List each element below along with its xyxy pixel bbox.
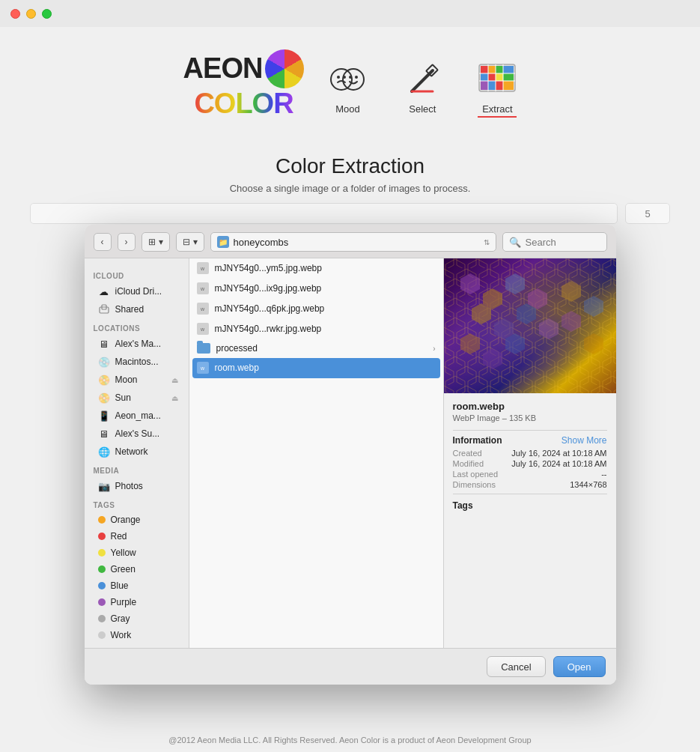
svg-point-1 — [337, 76, 340, 79]
tag-orange-label: Orange — [111, 515, 141, 525]
sidebar-item-network-label: Network — [115, 446, 148, 457]
sidebar-item-shared[interactable]: Shared — [88, 300, 186, 318]
dialog-body: iCloud ☁ iCloud Dri... Shared Locations … — [85, 258, 616, 648]
tag-red-label: Red — [111, 531, 127, 542]
sidebar-item-moon[interactable]: 📀 Moon ⏏ — [88, 371, 186, 389]
file-name-3: mJNY54g0...q6pk.jpg.webp — [215, 303, 325, 314]
list-view-button[interactable]: ⊟ ▾ — [176, 232, 204, 252]
svg-rect-11 — [488, 66, 496, 73]
path-dropdown-icon: ⇅ — [484, 238, 490, 246]
sidebar-item-tag-gray[interactable]: Gray — [88, 610, 186, 627]
dimensions-key: Dimensions — [453, 480, 496, 489]
sidebar-item-sun[interactable]: 📀 Sun ⏏ — [88, 389, 186, 407]
sidebar-item-macintos[interactable]: 💿 Macintos... — [88, 353, 186, 371]
file-icon-1: w — [197, 262, 209, 274]
folder-icon-processed — [197, 343, 210, 354]
mood-icon — [328, 60, 367, 99]
file-item-3[interactable]: w mJNY54g0...q6pk.jpg.webp — [189, 299, 443, 319]
bg-content: 5 — [0, 203, 700, 224]
svg-rect-10 — [481, 66, 488, 73]
grid-view-button[interactable]: ⊞ ▾ — [141, 232, 170, 252]
app-footer: @2012 Aeon Media LLC. All Rights Reserve… — [0, 736, 700, 745]
sidebar-item-tag-work[interactable]: Work — [88, 627, 186, 643]
search-input[interactable] — [526, 237, 616, 248]
preview-meta-last-opened: Last opened -- — [453, 470, 607, 479]
tag-work-dot — [98, 631, 106, 639]
file-item-2[interactable]: w mJNY54g0...ix9g.jpg.webp — [189, 279, 443, 299]
sidebar-item-aeon-ma[interactable]: 📱 Aeon_ma... — [88, 407, 186, 425]
file-name-room: room.webp — [215, 363, 259, 373]
icloud-drive-icon: ☁ — [98, 285, 110, 297]
sidebar-item-tag-purple[interactable]: Purple — [88, 594, 186, 610]
back-button[interactable]: ‹ — [94, 233, 112, 251]
aeon-ma-icon: 📱 — [98, 410, 110, 422]
file-icon-4: w — [197, 323, 209, 335]
alexs-mac-icon: 🖥 — [98, 338, 110, 350]
sidebar-item-tag-yellow[interactable]: Yellow — [88, 545, 186, 561]
minimize-button[interactable] — [26, 9, 36, 19]
sidebar-item-alexs-su[interactable]: 🖥 Alex's Su... — [88, 425, 186, 443]
sidebar-section-locations: Locations — [85, 318, 189, 335]
extract-icon — [478, 60, 517, 99]
preview-pane: room.webp WebP Image – 135 KB Informatio… — [444, 258, 616, 648]
sidebar-item-photos-label: Photos — [115, 481, 143, 491]
file-name-4: mJNY54g0...rwkr.jpg.webp — [215, 324, 322, 334]
folder-item-processed[interactable]: processed › — [189, 339, 443, 357]
tag-blue-dot — [98, 582, 106, 589]
forward-button[interactable]: › — [118, 233, 136, 251]
sidebar-item-network[interactable]: 🌐 Network — [88, 443, 186, 461]
sidebar-item-tag-red[interactable]: Red — [88, 528, 186, 545]
shared-icon — [98, 303, 110, 315]
back-icon: ‹ — [101, 237, 104, 247]
file-name-2: mJNY54g0...ix9g.jpg.webp — [215, 283, 322, 294]
preview-image-box — [444, 258, 616, 393]
search-box[interactable]: 🔍 — [502, 232, 607, 252]
svg-rect-12 — [496, 66, 503, 73]
nav-item-select[interactable]: Select — [403, 60, 442, 118]
dialog-toolbar: ‹ › ⊞ ▾ ⊟ ▾ 📁 honeycombs ⇅ 🔍 — [85, 225, 616, 258]
file-icon-2: w — [197, 282, 209, 294]
footer-text: @2012 Aeon Media LLC. All Rights Reserve… — [168, 736, 531, 745]
last-opened-key: Last opened — [453, 470, 499, 479]
page-title-section: Color Extraction Choose a single image o… — [0, 133, 700, 200]
sun-eject-icon: ⏏ — [171, 394, 178, 402]
maximize-button[interactable] — [42, 9, 52, 19]
tag-green-label: Green — [111, 564, 136, 574]
tag-purple-label: Purple — [111, 597, 137, 607]
photos-icon: 📷 — [98, 480, 110, 492]
alexs-su-icon: 🖥 — [98, 428, 110, 440]
preview-divider-1 — [453, 430, 607, 431]
tag-orange-dot — [98, 516, 106, 524]
nav-item-extract[interactable]: Extract — [478, 60, 517, 118]
svg-point-4 — [349, 76, 352, 79]
sidebar-item-alexs-mac[interactable]: 🖥 Alex's Ma... — [88, 335, 186, 353]
file-item-1[interactable]: w mJNY54g0...ym5.jpg.webp — [189, 258, 443, 279]
macintos-icon: 💿 — [98, 356, 110, 368]
sidebar-item-tag-orange[interactable]: Orange — [88, 512, 186, 528]
sidebar-item-tag-green[interactable]: Green — [88, 561, 186, 577]
forward-icon: › — [125, 237, 128, 247]
svg-point-0 — [331, 69, 352, 90]
tag-yellow-dot — [98, 549, 106, 557]
open-button[interactable]: Open — [553, 656, 606, 677]
select-icon — [403, 60, 442, 99]
close-button[interactable] — [10, 9, 20, 19]
sidebar-section-media: Media — [85, 461, 189, 477]
file-item-4[interactable]: w mJNY54g0...rwkr.jpg.webp — [189, 319, 443, 339]
sidebar-item-photos[interactable]: 📷 Photos — [88, 477, 186, 495]
nav-item-mood[interactable]: Mood — [328, 60, 367, 118]
path-label: honeycombs — [234, 237, 479, 248]
sidebar-item-icloud-drive[interactable]: ☁ iCloud Dri... — [88, 282, 186, 300]
list-view-arrow: ▾ — [193, 237, 198, 247]
show-more-link[interactable]: Show More — [561, 435, 607, 446]
file-item-room[interactable]: w room.webp — [192, 358, 440, 378]
cancel-button[interactable]: Cancel — [487, 656, 545, 677]
sidebar-item-tag-blue[interactable]: Blue — [88, 577, 186, 594]
tag-purple-dot — [98, 598, 106, 606]
modified-key: Modified — [453, 459, 484, 468]
logo-row: AEON COLOR — [183, 49, 517, 120]
path-selector[interactable]: 📁 honeycombs ⇅ — [210, 232, 496, 252]
extract-active-indicator — [478, 116, 517, 118]
network-icon: 🌐 — [98, 446, 110, 458]
svg-point-5 — [355, 76, 358, 79]
